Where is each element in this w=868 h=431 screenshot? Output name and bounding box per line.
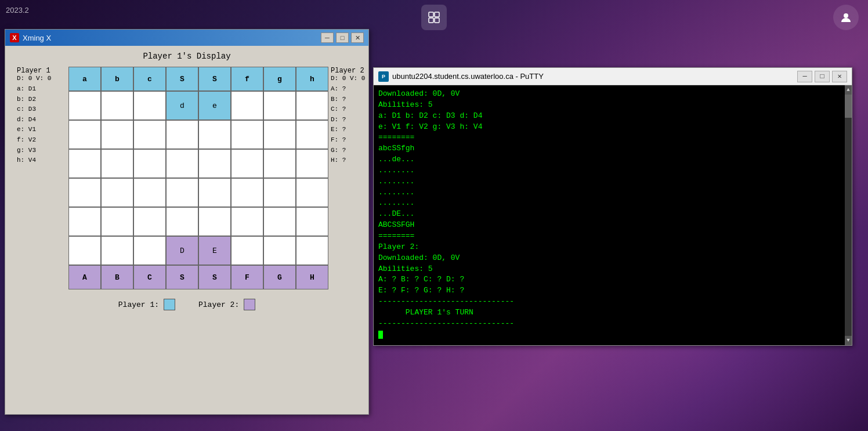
cell-5-3 xyxy=(166,207,198,236)
board-row-bottom-highlight: D E xyxy=(68,236,328,265)
cell-4-2 xyxy=(133,178,166,207)
game-area: Player 1 D: 0 V: 0 a: D1 b: D2 c: D3 d: … xyxy=(11,67,363,289)
header-C: C xyxy=(133,265,166,289)
cell-2-0 xyxy=(68,120,101,149)
cell-1-1 xyxy=(101,91,133,120)
putty-minimize-button[interactable]: ─ xyxy=(797,71,812,82)
terminal-line-12: ABCSSFGH xyxy=(378,220,847,231)
terminal-cursor xyxy=(378,331,383,339)
header-H: H xyxy=(296,265,328,289)
terminal-line-7: ........ xyxy=(378,165,847,176)
header-G: G xyxy=(263,265,296,289)
board-row-3 xyxy=(68,149,328,178)
legend-player1-color xyxy=(164,299,175,310)
cell-5-6 xyxy=(263,207,296,236)
cell-3-3 xyxy=(166,149,198,178)
legend-player2-color xyxy=(244,299,255,310)
player1-name: Player 1 xyxy=(17,67,66,75)
terminal-line-13: ======== xyxy=(378,231,847,242)
putty-scrollbar[interactable]: ▲ ▼ xyxy=(845,85,852,345)
cell-3-4 xyxy=(198,149,231,178)
cell-3-6 xyxy=(263,149,296,178)
cell-3-0 xyxy=(68,149,101,178)
cell-5-1 xyxy=(101,207,133,236)
xming-window: X Xming X ─ □ ✕ Player 1's Display Playe… xyxy=(5,29,369,415)
terminal-cursor-line xyxy=(378,329,847,341)
scroll-thumb[interactable] xyxy=(845,95,852,118)
terminal-line-21: PLAYER 1's TURN xyxy=(378,307,847,318)
scroll-down-arrow[interactable]: ▼ xyxy=(845,336,852,345)
board-row-2 xyxy=(68,120,328,149)
legend-area: Player 1: Player 2: xyxy=(11,299,363,310)
cell-b1-7 xyxy=(296,236,328,265)
player1-ability-7: h: V4 xyxy=(17,155,66,166)
player1-ability-1: b: D2 xyxy=(17,95,66,105)
cell-2-1 xyxy=(101,120,133,149)
cell-4-3 xyxy=(166,178,198,207)
terminal-line-9: ........ xyxy=(378,187,847,198)
putty-app-icon: P xyxy=(378,71,389,82)
scroll-track[interactable] xyxy=(845,95,852,336)
putty-terminal[interactable]: Downloaded: 0D, 0V Abilities: 5 a: D1 b:… xyxy=(374,85,852,345)
player1-abilities: a: D1 b: D2 c: D3 d: D4 e: V1 f: V2 g: V… xyxy=(17,84,66,166)
cell-b1-6 xyxy=(263,236,296,265)
xming-titlebar-left: X Xming X xyxy=(10,33,51,42)
scroll-up-arrow[interactable]: ▲ xyxy=(845,85,852,95)
cell-3-7 xyxy=(296,149,328,178)
terminal-line-18: E: ? F: ? G: ? H: ? xyxy=(378,285,847,296)
header-h: h xyxy=(296,67,328,91)
cell-5-2 xyxy=(133,207,166,236)
legend-player2-label: Player 2: xyxy=(198,300,239,309)
terminal-line-22: ------------------------------ xyxy=(378,318,847,329)
cell-1-7 xyxy=(296,91,328,120)
taskbar-center-icon[interactable] xyxy=(421,5,447,30)
player1-ability-6: g: V3 xyxy=(17,146,66,156)
xming-title: Xming X xyxy=(23,34,51,42)
xming-maximize-button[interactable]: □ xyxy=(336,32,349,43)
terminal-line-1: Abilities: 5 xyxy=(378,100,847,111)
cell-1-6 xyxy=(263,91,296,120)
player1-ability-3: d: D4 xyxy=(17,115,66,125)
terminal-line-14: Player 2: xyxy=(378,242,847,253)
cell-3-1 xyxy=(101,149,133,178)
header-b: b xyxy=(101,67,133,91)
cell-2-2 xyxy=(133,120,166,149)
cell-4-0 xyxy=(68,178,101,207)
cell-1-4-e: e xyxy=(198,91,231,120)
svg-rect-3 xyxy=(435,18,439,23)
header-f: f xyxy=(231,67,263,91)
xming-close-button[interactable]: ✕ xyxy=(351,32,364,43)
header-F: F xyxy=(231,265,263,289)
terminal-line-10: ........ xyxy=(378,198,847,209)
terminal-line-3: e: V1 f: V2 g: V3 h: V4 xyxy=(378,122,847,133)
terminal-line-11: ...DE... xyxy=(378,209,847,220)
terminal-line-8: ........ xyxy=(378,176,847,187)
year-label: 2023.2 xyxy=(6,6,29,15)
cell-2-3 xyxy=(166,120,198,149)
terminal-line-0: Downloaded: 0D, 0V xyxy=(378,89,847,100)
cell-1-0 xyxy=(68,91,101,120)
header-a: a xyxy=(68,67,101,91)
putty-maximize-button[interactable]: □ xyxy=(815,71,830,82)
header-g: g xyxy=(263,67,296,91)
cell-3-2 xyxy=(133,149,166,178)
svg-rect-1 xyxy=(435,12,439,17)
putty-close-button[interactable]: ✕ xyxy=(832,71,847,82)
top-right-profile-icon[interactable] xyxy=(833,5,859,30)
putty-title-left: P ubuntu2204.student.cs.uwaterloo.ca - P… xyxy=(378,71,544,82)
terminal-line-17: A: ? B: ? C: ? D: ? xyxy=(378,274,847,285)
header-S3: S xyxy=(166,265,198,289)
svg-rect-2 xyxy=(429,18,433,23)
cell-4-5 xyxy=(231,178,263,207)
cell-b1-2 xyxy=(133,236,166,265)
xming-minimize-button[interactable]: ─ xyxy=(321,32,334,43)
cell-4-4 xyxy=(198,178,231,207)
cell-4-1 xyxy=(101,178,133,207)
xming-controls: ─ □ ✕ xyxy=(321,32,364,43)
game-title: Player 1's Display xyxy=(11,52,363,61)
legend-player1-label: Player 1: xyxy=(118,300,159,309)
cell-5-7 xyxy=(296,207,328,236)
terminal-line-20: ------------------------------ xyxy=(378,296,847,307)
xming-titlebar: X Xming X ─ □ ✕ xyxy=(5,30,368,46)
cell-1-3-d: d xyxy=(166,91,198,120)
